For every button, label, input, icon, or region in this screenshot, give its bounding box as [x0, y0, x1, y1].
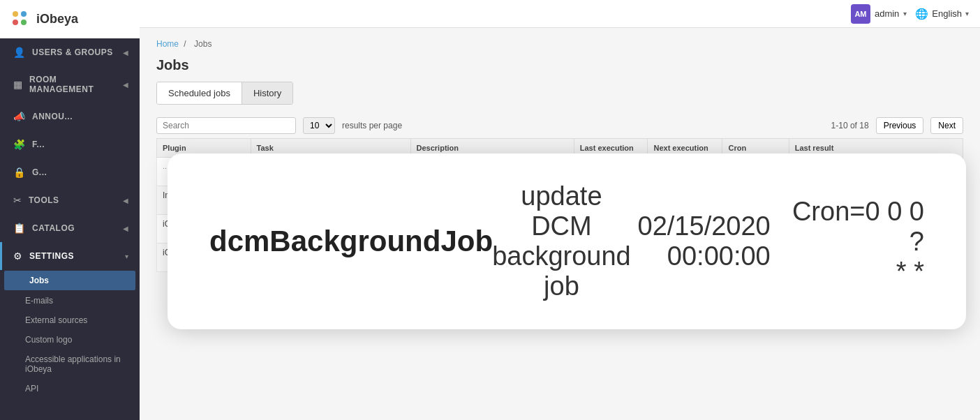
prev-button[interactable]: Previous — [876, 117, 924, 134]
username: admin — [875, 8, 899, 19]
sidebar-item-users-groups[interactable]: 👤 USERS & GROUPS ◀ — [0, 38, 140, 66]
next-button[interactable]: Next — [930, 117, 963, 134]
language-selector[interactable]: 🌐 English ▾ — [915, 8, 969, 20]
tooltip-job-name: dcmBackgroundJob — [209, 225, 492, 258]
tab-history[interactable]: History — [242, 82, 292, 104]
language-label: English — [932, 8, 962, 19]
pagination-info: 1-10 of 18 — [831, 121, 869, 130]
sidebar-sub-item-custom-logo[interactable]: Custom logo — [0, 330, 140, 350]
main-content: AM admin ▾ 🌐 English ▾ Home / Jobs Jobs … — [140, 0, 980, 420]
breadcrumb-separator: / — [184, 39, 186, 49]
sidebar: iObeya 👤 USERS & GROUPS ◀ ▦ ROOM MANAGEM… — [0, 0, 140, 420]
catalog-icon: 📋 — [13, 223, 25, 234]
user-dropdown-arrow: ▾ — [903, 10, 907, 17]
sidebar-sub-item-accessible-apps[interactable]: Accessible applications in iObeya — [0, 350, 140, 379]
users-icon: 👤 — [13, 47, 25, 58]
features-icon: 🧩 — [13, 139, 25, 150]
tooltip-cron: Cron=0 0 0 ? * * — [771, 197, 924, 287]
breadcrumb-home[interactable]: Home — [156, 39, 179, 49]
tooltip-description: update DCM background job — [492, 181, 631, 301]
sidebar-logo: iObeya — [0, 0, 140, 38]
svg-point-0 — [13, 11, 18, 17]
announcement-icon: 📣 — [13, 111, 25, 122]
per-page-select[interactable]: 10 25 50 — [303, 117, 335, 134]
arrow-icon: ◀ — [123, 49, 128, 57]
sidebar-item-settings[interactable]: ⚙ SETTINGS ▾ — [0, 242, 140, 270]
chevron-down-icon: ▾ — [125, 253, 128, 260]
tooltip-card: dcmBackgroundJob update DCM background j… — [168, 153, 966, 329]
sidebar-item-announcements[interactable]: 📣 ANNOU... — [0, 103, 140, 130]
sidebar-sub-item-external-sources[interactable]: External sources — [0, 310, 140, 330]
sidebar-sub-item-api[interactable]: API — [0, 379, 140, 398]
sidebar-item-room-management[interactable]: ▦ ROOM MANAGEMENT ◀ — [0, 66, 140, 103]
sidebar-item-g[interactable]: 🔒 G... — [0, 158, 140, 186]
tab-scheduled-jobs[interactable]: Scheduled jobs — [157, 82, 242, 104]
per-page-label: results per page — [342, 121, 402, 130]
sidebar-sub-item-emails[interactable]: E-mails — [0, 291, 140, 310]
arrow-icon: ◀ — [123, 197, 128, 204]
sidebar-sub-item-jobs[interactable]: Jobs — [4, 271, 135, 290]
lock-icon: 🔒 — [13, 167, 25, 178]
sidebar-item-features[interactable]: 🧩 F... — [0, 130, 140, 158]
table-controls: 10 25 50 results per page 1-10 of 18 Pre… — [156, 113, 963, 138]
tooltip-date: 02/15/2020 00:00:00 — [631, 211, 771, 271]
arrow-icon: ◀ — [123, 225, 128, 232]
sidebar-item-tools[interactable]: ✂ TOOLS ◀ — [0, 186, 140, 214]
page-title: Jobs — [156, 57, 963, 73]
topbar: AM admin ▾ 🌐 English ▾ — [140, 0, 980, 28]
tools-icon: ✂ — [13, 195, 22, 206]
user-menu[interactable]: AM admin ▾ — [851, 4, 907, 24]
search-input[interactable] — [156, 117, 296, 134]
svg-point-3 — [21, 20, 27, 25]
tabs-container: Scheduled jobs History — [156, 82, 293, 105]
breadcrumb-current: Jobs — [194, 39, 211, 49]
globe-icon: 🌐 — [915, 8, 928, 20]
arrow-icon: ◀ — [123, 81, 128, 89]
settings-icon: ⚙ — [13, 250, 22, 262]
breadcrumb: Home / Jobs — [156, 39, 963, 49]
sidebar-item-catalog[interactable]: 📋 CATALOG ◀ — [0, 214, 140, 242]
room-icon: ▦ — [13, 79, 22, 90]
avatar: AM — [851, 4, 870, 24]
svg-point-2 — [13, 20, 18, 25]
app-title: iObeya — [36, 12, 78, 27]
iobeya-logo-icon — [11, 10, 31, 29]
lang-dropdown-arrow: ▾ — [965, 10, 969, 17]
page-content: Home / Jobs Jobs Scheduled jobs History … — [140, 28, 980, 420]
svg-point-1 — [21, 11, 27, 17]
